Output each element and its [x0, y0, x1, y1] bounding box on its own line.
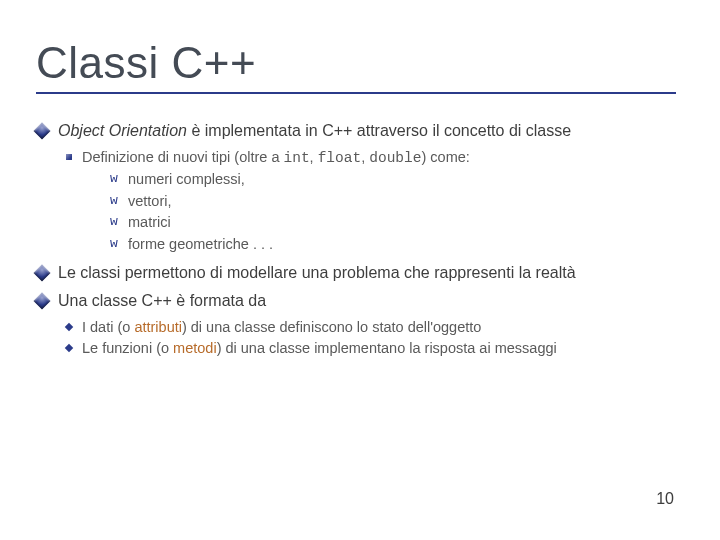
code: int — [284, 150, 310, 166]
bullet-l1: Object Orientation è implementata in C++… — [36, 120, 684, 142]
bullet-l3: w forme geometriche . . . — [110, 235, 684, 255]
bullet-l2: I dati (o attributi) di una classe defin… — [66, 318, 684, 338]
bullet-text: I dati (o attributi) di una classe defin… — [82, 318, 684, 338]
text: numeri complessi, — [128, 170, 245, 190]
bullet-l3: w matrici — [110, 213, 684, 233]
bullet-text: Le funzioni (o metodi) di una classe imp… — [82, 339, 684, 359]
text: ) di una classe implementano la risposta… — [217, 340, 557, 356]
bullet-l2: Definizione di nuovi tipi (oltre a int, … — [66, 148, 684, 257]
w-icon: w — [110, 213, 122, 231]
slide-content: Object Orientation è implementata in C++… — [36, 120, 684, 359]
bullet-l3: w vettori, — [110, 192, 684, 212]
bullet-text: Le classi permettono di modellare una pr… — [58, 262, 684, 284]
italic-term: Object Orientation — [58, 122, 187, 139]
diamond-icon — [34, 265, 51, 282]
highlight: metodi — [173, 340, 217, 356]
text: matrici — [128, 213, 171, 233]
text: Le funzioni (o — [82, 340, 173, 356]
slide-title: Classi C++ — [36, 38, 676, 94]
bullet-text: Definizione di nuovi tipi (oltre a int, … — [82, 148, 684, 257]
bullet-l1: Le classi permettono di modellare una pr… — [36, 262, 684, 284]
square-icon — [66, 154, 72, 160]
slide: Classi C++ Object Orientation è implemen… — [0, 0, 720, 540]
text: ) di una classe definiscono lo stato del… — [182, 319, 481, 335]
code: double — [369, 150, 421, 166]
page-number: 10 — [656, 490, 674, 508]
bullet-l3: w numeri complessi, — [110, 170, 684, 190]
w-icon: w — [110, 235, 122, 253]
bullet-text: Una classe C++ è formata da — [58, 290, 684, 312]
text: ) come: — [421, 149, 469, 165]
w-icon: w — [110, 170, 122, 188]
text: , — [310, 149, 318, 165]
text: Definizione di nuovi tipi (oltre a — [82, 149, 284, 165]
diamond-icon — [34, 293, 51, 310]
text: forme geometriche . . . — [128, 235, 273, 255]
bullet-text: Object Orientation è implementata in C++… — [58, 120, 684, 142]
bullet-l1: Una classe C++ è formata da — [36, 290, 684, 312]
diamond-small-icon — [65, 322, 73, 330]
code: float — [318, 150, 362, 166]
diamond-small-icon — [65, 344, 73, 352]
diamond-icon — [34, 123, 51, 140]
highlight: attributi — [134, 319, 182, 335]
text: I dati (o — [82, 319, 134, 335]
bullet-l2: Le funzioni (o metodi) di una classe imp… — [66, 339, 684, 359]
w-icon: w — [110, 192, 122, 210]
text: vettori, — [128, 192, 172, 212]
text: è implementata in C++ attraverso il conc… — [187, 122, 571, 139]
